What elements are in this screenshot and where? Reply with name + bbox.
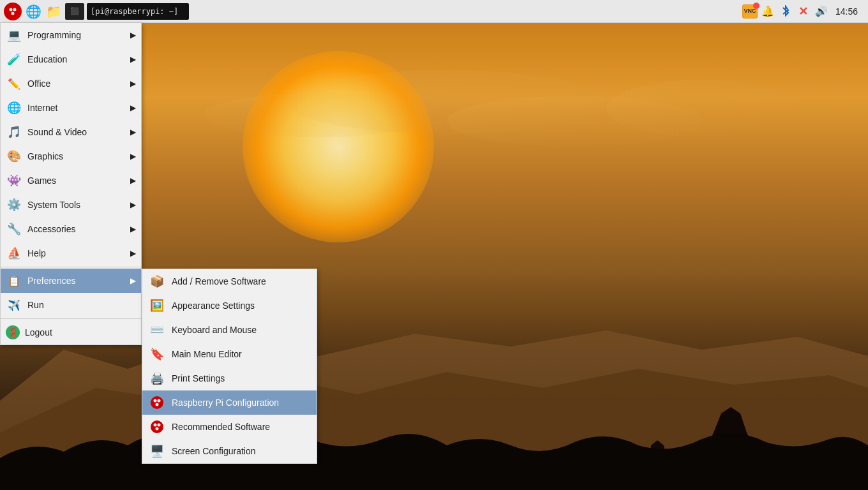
submenu-label-print-settings: Print Settings [172,373,225,383]
arrow-programming: ▶ [130,31,136,40]
menu-label-soundvideo: Sound & Video [27,127,87,137]
submenu-item-screen-config[interactable]: 🖥️ Screen Configuration [142,439,317,463]
menu-label-help: Help [27,248,46,258]
office-icon: ✏️ [6,75,22,92]
system-tray: VNC 🔔 ✕ 🔊 14:56 [742,4,865,19]
arrow-preferences: ▶ [130,276,136,285]
network-tray-icon[interactable]: ✕ [796,4,811,19]
keyboard-mouse-icon: ⌨️ [149,322,165,338]
menu-item-office[interactable]: ✏️ Office ▶ [1,71,141,96]
arrow-office: ▶ [130,79,136,88]
menu-item-systemtools[interactable]: ⚙️ System Tools ▶ [1,193,141,217]
main-menu: 💻 Programming ▶ 🧪 Education ▶ ✏️ Office … [0,23,142,345]
terminal-label: [pi@raspberrypi: ~] [91,7,178,16]
submenu-item-appearance[interactable]: 🖼️ Appearance Settings [142,293,317,318]
arrow-games: ▶ [130,176,136,185]
submenu-label-raspi-config: Raspberry Pi Configuration [172,397,279,408]
internet-icon: 🌐 [6,100,22,116]
raspi-menu-button[interactable] [4,3,22,20]
menu-label-systemtools: System Tools [27,200,80,210]
systemtools-icon: ⚙️ [6,197,22,213]
logout-icon: 🚪 [6,325,20,339]
notification-tray-icon[interactable]: 🔔 [760,4,775,19]
menu-item-internet[interactable]: 🌐 Internet ▶ [1,96,141,120]
menu-item-preferences[interactable]: 📋 Preferences ▶ [1,269,141,293]
menu-item-programming[interactable]: 💻 Programming ▶ [1,23,141,47]
svg-point-17 [151,396,163,409]
menu-separator-2 [1,318,141,319]
submenu-label-add-remove: Add / Remove Software [172,276,266,286]
submenu-label-keyboard-mouse: Keyboard and Mouse [172,325,257,335]
arrow-systemtools: ▶ [130,200,136,209]
menu-item-soundvideo[interactable]: 🎵 Sound & Video ▶ [1,120,141,144]
print-settings-icon: 🖨️ [149,370,165,387]
svg-point-19 [158,399,161,403]
menu-label-games: Games [27,175,56,186]
menu-item-help[interactable]: ⛵ Help ▶ [1,241,141,265]
menu-item-graphics[interactable]: 🎨 Graphics ▶ [1,144,141,168]
run-icon: ✈️ [6,297,22,313]
submenu-label-recommended: Recommended Software [172,422,270,432]
menu-label-programming: Programming [27,30,81,40]
bluetooth-tray-icon[interactable] [778,4,793,19]
menu-label-education: Education [27,54,67,64]
menu-item-games[interactable]: 👾 Games ▶ [1,168,141,193]
arrow-education: ▶ [130,55,136,64]
recommended-icon [149,419,165,435]
preferences-submenu: 📦 Add / Remove Software 🖼️ Appearance Se… [142,269,317,464]
browser-icon[interactable]: 🌐 [24,3,42,20]
submenu-label-main-menu-editor: Main Menu Editor [172,349,242,359]
menu-label-run: Run [27,300,44,310]
screen-config-icon: 🖥️ [149,443,165,459]
menu-item-logout[interactable]: 🚪 Logout [1,320,141,345]
submenu-label-screen-config: Screen Configuration [172,446,256,456]
terminal2-icon[interactable]: [pi@raspberrypi: ~] [87,3,189,20]
submenu-item-recommended[interactable]: Recommended Software [142,415,317,439]
filemanager-icon[interactable]: 📁 [45,3,63,20]
arrow-graphics: ▶ [130,152,136,161]
submenu-item-main-menu-editor[interactable]: 🔖 Main Menu Editor [142,342,317,366]
menu-item-run[interactable]: ✈️ Run [1,293,141,317]
graphics-icon: 🎨 [6,148,22,165]
menu-label-preferences: Preferences [27,276,75,286]
submenu-label-appearance: Appearance Settings [172,301,255,311]
menu-label-logout: Logout [25,327,52,338]
svg-point-21 [151,420,163,433]
help-icon: ⛵ [6,245,22,262]
svg-point-16 [11,11,15,15]
menu-separator-1 [1,267,141,267]
preferences-icon: 📋 [6,272,22,289]
submenu-item-print-settings[interactable]: 🖨️ Print Settings [142,366,317,390]
vnc-tray-icon[interactable]: VNC [742,4,758,19]
soundvideo-icon: 🎵 [6,124,22,140]
arrow-accessories: ▶ [130,225,136,234]
add-remove-icon: 📦 [149,273,165,290]
submenu-item-add-remove[interactable]: 📦 Add / Remove Software [142,269,317,293]
menu-label-office: Office [27,78,50,89]
svg-point-14 [10,8,13,11]
arrow-internet: ▶ [130,103,136,112]
menu-item-education[interactable]: 🧪 Education ▶ [1,47,141,71]
svg-point-13 [7,6,19,17]
menu-label-graphics: Graphics [27,151,63,161]
accessories-icon: 🔧 [6,221,22,237]
taskbar: 🌐 📁 ⬛ [pi@raspberrypi: ~] VNC 🔔 ✕ 🔊 14 [0,0,868,23]
volume-tray-icon[interactable]: 🔊 [814,4,829,19]
terminal1-icon[interactable]: ⬛ [65,3,84,20]
svg-point-23 [158,424,161,427]
vnc-label: VNC [744,8,756,14]
menu-label-accessories: Accessories [27,224,75,234]
clock-display: 14:56 [832,6,862,17]
education-icon: 🧪 [6,51,22,68]
menu-item-accessories[interactable]: 🔧 Accessories ▶ [1,217,141,241]
svg-point-18 [154,399,157,403]
vnc-alert-badge [753,3,760,9]
arrow-soundvideo: ▶ [130,128,136,137]
svg-point-15 [13,8,17,11]
svg-point-24 [156,427,159,431]
submenu-item-raspi-config[interactable]: Raspberry Pi Configuration [142,390,317,415]
games-icon: 👾 [6,172,22,189]
programming-icon: 💻 [6,27,22,43]
main-menu-editor-icon: 🔖 [149,346,165,362]
submenu-item-keyboard-mouse[interactable]: ⌨️ Keyboard and Mouse [142,318,317,342]
